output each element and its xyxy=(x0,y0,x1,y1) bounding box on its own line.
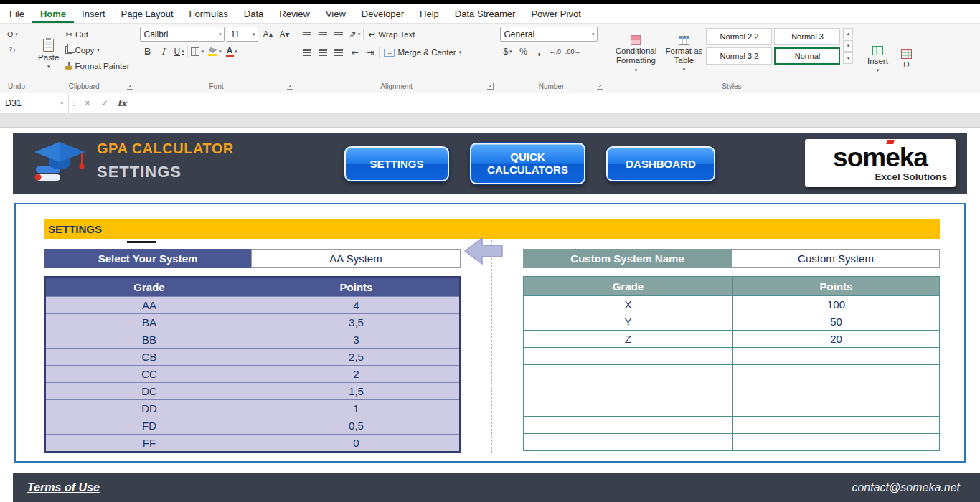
merge-center-button[interactable]: ↔Merge & Center▾ xyxy=(381,45,464,60)
grade-cell[interactable]: BB xyxy=(46,331,253,348)
grade-cell[interactable] xyxy=(524,417,732,433)
accounting-format-button[interactable]: $▾ xyxy=(500,44,514,59)
redo-button[interactable]: ↻ xyxy=(5,42,19,57)
points-cell[interactable]: 3,5 xyxy=(253,314,459,331)
align-bottom-button[interactable] xyxy=(331,27,346,42)
nav-dashboard-button[interactable]: DASHBOARD xyxy=(606,146,715,181)
tab-review[interactable]: Review xyxy=(271,4,318,23)
points-cell[interactable] xyxy=(732,382,939,399)
wrap-text-button[interactable]: ↩Wrap Text xyxy=(365,27,418,42)
custom-system-value[interactable]: Custom System xyxy=(732,249,940,268)
borders-button[interactable]: ▾ xyxy=(189,44,205,60)
grade-cell[interactable] xyxy=(524,399,732,416)
grade-cell[interactable]: Y xyxy=(524,313,732,330)
name-box[interactable]: D31 ▾ xyxy=(0,93,69,113)
format-as-table-button[interactable]: Format as Table ▾ xyxy=(663,27,705,82)
points-cell[interactable]: 1,5 xyxy=(253,383,459,399)
points-cell[interactable]: 3 xyxy=(253,331,459,348)
style-normal-selected[interactable]: Normal xyxy=(774,47,840,65)
tab-data[interactable]: Data xyxy=(236,4,271,23)
points-cell[interactable] xyxy=(732,399,939,416)
percent-style-button[interactable]: % xyxy=(516,44,530,59)
paste-button[interactable]: Paste ▾ xyxy=(36,27,61,82)
conditional-formatting-button[interactable]: Conditional Formatting ▾ xyxy=(610,27,661,82)
grow-font-button[interactable]: A▴ xyxy=(260,27,275,42)
align-right-button[interactable] xyxy=(331,45,346,60)
tab-insert[interactable]: Insert xyxy=(74,4,113,23)
points-cell[interactable]: 2 xyxy=(253,366,459,382)
decrease-indent-button[interactable]: ⇤ xyxy=(347,45,362,60)
align-left-button[interactable] xyxy=(300,45,314,60)
insert-cells-button[interactable]: Insert ▾ xyxy=(861,27,894,93)
grade-cell[interactable]: BA xyxy=(46,314,253,331)
underline-button[interactable]: U▾ xyxy=(171,44,186,60)
format-painter-button[interactable]: Format Painter xyxy=(62,58,132,73)
nav-quick-calculators-button[interactable]: QUICK CALCULATORS xyxy=(470,143,585,184)
tab-formulas[interactable]: Formulas xyxy=(182,4,236,23)
cancel-button[interactable]: × xyxy=(79,93,96,113)
style-normal-3-2[interactable]: Normal 3 2 xyxy=(706,47,772,65)
points-cell[interactable]: 0 xyxy=(253,435,459,451)
grade-cell[interactable] xyxy=(524,434,732,450)
increase-indent-button[interactable]: ⇥ xyxy=(363,45,377,60)
cut-button[interactable]: ✂Cut xyxy=(62,27,132,42)
points-cell[interactable]: 100 xyxy=(732,296,939,313)
number-dialog-launcher-icon[interactable] xyxy=(597,83,603,90)
align-center-button[interactable] xyxy=(316,45,330,60)
gallery-more-icon[interactable]: ▾ xyxy=(843,52,853,64)
points-cell[interactable]: 1 xyxy=(253,400,459,417)
tab-home[interactable]: Home xyxy=(32,4,74,23)
font-family-combo[interactable]: Calibri▾ xyxy=(140,27,225,42)
grade-cell[interactable]: Z xyxy=(524,331,732,347)
number-format-combo[interactable]: General▾ xyxy=(500,27,598,42)
points-cell[interactable]: 2,5 xyxy=(253,349,459,365)
points-cell[interactable]: 20 xyxy=(732,331,939,347)
tab-help[interactable]: Help xyxy=(412,4,447,23)
points-cell[interactable]: 50 xyxy=(732,313,939,330)
system-selector-value[interactable]: AA System xyxy=(251,249,461,268)
delete-cells-button[interactable]: D xyxy=(895,27,917,93)
tab-developer[interactable]: Developer xyxy=(354,4,412,23)
fill-color-button[interactable]: ▾ xyxy=(207,44,223,60)
grade-cell[interactable]: FF xyxy=(46,435,253,451)
tab-power-pivot[interactable]: Power Pivot xyxy=(523,4,588,23)
clipboard-dialog-launcher-icon[interactable] xyxy=(127,83,133,90)
terms-of-use-link[interactable]: Terms of Use xyxy=(27,481,100,494)
bold-button[interactable]: B xyxy=(140,44,154,60)
tab-page-layout[interactable]: Page Layout xyxy=(113,4,182,23)
gallery-scroll-down-icon[interactable]: ▾ xyxy=(843,40,853,52)
font-dialog-launcher-icon[interactable] xyxy=(287,83,293,90)
nav-settings-button[interactable]: SETTINGS xyxy=(344,146,449,181)
formula-bar-handle[interactable]: ⋮ xyxy=(69,93,79,113)
tab-view[interactable]: View xyxy=(318,4,354,23)
formula-input[interactable] xyxy=(131,93,980,113)
increase-decimal-button[interactable]: ←.0 xyxy=(547,44,562,59)
undo-button[interactable]: ↺▾ xyxy=(5,27,19,42)
font-color-button[interactable]: A▾ xyxy=(225,44,240,60)
align-top-button[interactable] xyxy=(300,27,314,42)
align-middle-button[interactable] xyxy=(316,27,330,42)
grade-cell[interactable]: AA xyxy=(46,297,253,313)
points-cell[interactable] xyxy=(732,417,939,433)
style-normal-3[interactable]: Normal 3 xyxy=(774,28,840,45)
points-cell[interactable]: 0,5 xyxy=(253,417,459,434)
tab-file[interactable]: File xyxy=(1,4,32,23)
points-cell[interactable] xyxy=(732,434,939,450)
grade-cell[interactable] xyxy=(524,348,732,364)
points-cell[interactable] xyxy=(732,365,939,382)
alignment-dialog-launcher-icon[interactable] xyxy=(487,83,494,90)
points-cell[interactable] xyxy=(732,348,939,364)
gallery-scroll-up-icon[interactable]: ▴ xyxy=(843,28,853,39)
insert-function-button[interactable]: fx xyxy=(113,93,131,113)
font-size-combo[interactable]: 11▾ xyxy=(227,27,258,42)
grade-cell[interactable]: DD xyxy=(46,400,253,417)
grade-cell[interactable]: CC xyxy=(46,366,253,382)
grade-cell[interactable]: X xyxy=(524,296,732,313)
shrink-font-button[interactable]: A▾ xyxy=(277,27,291,42)
grade-cell[interactable] xyxy=(524,382,732,399)
enter-button[interactable]: ✓ xyxy=(96,93,113,113)
grade-cell[interactable] xyxy=(524,365,732,382)
points-cell[interactable]: 4 xyxy=(253,297,459,313)
italic-button[interactable]: I xyxy=(156,44,170,60)
tab-data-streamer[interactable]: Data Streamer xyxy=(447,4,524,23)
